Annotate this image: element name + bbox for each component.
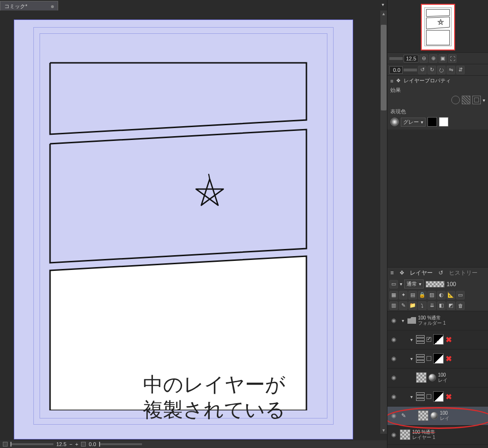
- frame-check[interactable]: [427, 356, 431, 361]
- palette-spacer: [387, 129, 488, 267]
- colorexp-row: グレー ▾: [387, 116, 488, 129]
- effect-border-button[interactable]: [451, 96, 460, 104]
- delete-layer-button[interactable]: 🗑: [456, 301, 465, 310]
- expand-toggle[interactable]: ▾: [408, 337, 414, 342]
- scrollbar-thumb[interactable]: [381, 25, 386, 110]
- document-tab[interactable]: コミック*: [0, 1, 58, 10]
- position-slider[interactable]: [99, 443, 142, 445]
- nav-fit-button[interactable]: ▣: [438, 54, 447, 63]
- zoom-out-button[interactable]: −: [69, 441, 72, 447]
- lock-trans-button[interactable]: ▨: [427, 291, 436, 299]
- clip-button[interactable]: ▦: [389, 291, 398, 299]
- nav-rotate-ccw-button[interactable]: ↺: [418, 66, 427, 74]
- ruler-button[interactable]: 📐: [447, 291, 455, 299]
- layer-label: 100 レイ: [440, 410, 449, 421]
- visibility-toggle[interactable]: ◉: [389, 355, 398, 362]
- lock-button[interactable]: 🔒: [418, 291, 427, 299]
- opacity-slider[interactable]: [426, 281, 445, 288]
- frame-check[interactable]: [427, 337, 431, 342]
- layer-row-sublayer[interactable]: ◉ 100 レイ: [387, 368, 488, 387]
- history-tab[interactable]: ヒストリー: [449, 269, 478, 277]
- nav-rotate-slider[interactable]: [404, 69, 417, 71]
- layer-mask-thumb[interactable]: [433, 334, 444, 345]
- tab-menu-button[interactable]: ▾: [382, 2, 384, 7]
- layer-color-dd[interactable]: ▾: [400, 281, 402, 287]
- frame-check[interactable]: [427, 394, 431, 399]
- status-box2-icon[interactable]: [81, 442, 86, 447]
- visibility-toggle[interactable]: ◉: [389, 374, 398, 381]
- layer-row-frame-3[interactable]: ◉ ▾ ✖: [387, 387, 488, 406]
- gray-icon: [430, 412, 438, 419]
- visibility-toggle[interactable]: ◉: [389, 412, 398, 419]
- layer-mask-thumb[interactable]: [433, 391, 444, 402]
- new-folder-button[interactable]: 📁: [408, 301, 417, 310]
- new-vector-button[interactable]: ✎: [399, 301, 407, 310]
- navigator-rotate-bar: 0.0 ↺ ↻ ⭮ ⇋ ⇵: [387, 64, 488, 75]
- layer-thumb[interactable]: [416, 372, 427, 383]
- apply-mask-button[interactable]: ◩: [447, 301, 455, 310]
- nav-zoom-slider[interactable]: [389, 57, 403, 60]
- layer-row-layer1[interactable]: ◉ 100 %通常 レイヤー 1: [387, 425, 488, 444]
- canvas-vertical-scrollbar[interactable]: ▲ ▼: [380, 10, 387, 434]
- layer-mask-thumb[interactable]: [433, 353, 444, 364]
- visibility-toggle[interactable]: ◉: [389, 393, 398, 400]
- scroll-down-icon[interactable]: ▼: [380, 427, 387, 434]
- merge-down-button[interactable]: ⇊: [427, 301, 436, 310]
- layer-row-duplicated[interactable]: ◉ ✎ 100 レイ: [387, 406, 488, 425]
- layer-row-frame-2[interactable]: ◉ ▾ ✖: [387, 349, 488, 368]
- layer-blend-row: ▭▾ 通常▾ 100: [387, 279, 488, 290]
- visibility-toggle[interactable]: ◉: [389, 317, 398, 324]
- zoom-slider[interactable]: [10, 443, 53, 445]
- canvas-page[interactable]: 中のレイヤーが 複製されている: [14, 20, 353, 439]
- nav-rotate-cw-button[interactable]: ↻: [427, 66, 436, 74]
- edit-target-icon[interactable]: ✎: [400, 412, 407, 419]
- nav-zoom-value[interactable]: 12.5: [404, 55, 418, 62]
- nav-zoom-out-button[interactable]: ⊖: [419, 54, 428, 63]
- frame-layer-icon: [416, 392, 425, 401]
- mask-button[interactable]: ◧: [437, 301, 446, 310]
- draft-button[interactable]: ▤: [408, 291, 417, 299]
- palette-color-button[interactable]: ▭: [456, 291, 465, 299]
- nav-flip-v-button[interactable]: ⇵: [456, 66, 465, 74]
- canvas-area[interactable]: 中のレイヤーが 複製されている ▲ ▼: [0, 10, 387, 440]
- layer-row-folder[interactable]: ◉ ▾ 100 %通常 フォルダー 1: [387, 311, 488, 330]
- scroll-up-icon[interactable]: ▲: [380, 10, 387, 17]
- layer-thumb[interactable]: [418, 410, 428, 421]
- layer-label: 100 レイ: [438, 372, 447, 383]
- expand-toggle[interactable]: ▾: [408, 356, 414, 361]
- ref-button[interactable]: ✦: [399, 291, 407, 299]
- blend-mode-dropdown[interactable]: 通常▾: [404, 279, 424, 289]
- swatch-white-button[interactable]: [439, 117, 448, 127]
- visibility-toggle[interactable]: ◉: [389, 431, 398, 438]
- navigator-thumbnail[interactable]: [421, 4, 455, 50]
- nav-fitall-button[interactable]: ⛶: [448, 54, 457, 63]
- swatch-black-button[interactable]: [427, 117, 437, 127]
- panel-menu-icon[interactable]: ≡: [390, 269, 394, 276]
- status-box-icon[interactable]: [3, 442, 8, 447]
- new-raster-button[interactable]: ▥: [389, 301, 398, 310]
- mask-enable-button[interactable]: ◐: [437, 291, 446, 299]
- transfer-down-button[interactable]: ⤵: [418, 301, 427, 310]
- layer-row-frame-1[interactable]: ◉ ▾ ✖: [387, 330, 488, 349]
- effect-more-button[interactable]: ▾: [483, 98, 485, 103]
- frame-layer-icon: [416, 354, 425, 363]
- expand-toggle[interactable]: ▾: [400, 318, 406, 323]
- layer-color-button[interactable]: ▭: [389, 280, 398, 289]
- colorexp-dropdown[interactable]: グレー ▾: [401, 118, 426, 127]
- effect-layercolor-button[interactable]: [472, 96, 481, 104]
- layer-row-paper[interactable]: ◉ 用紙: [387, 444, 488, 448]
- navigator-panel: [387, 0, 488, 52]
- nav-zoom-in-button[interactable]: ⊕: [429, 54, 437, 63]
- nav-reset-rotate-button[interactable]: ⭮: [437, 66, 446, 74]
- expand-toggle[interactable]: ▾: [408, 394, 414, 399]
- nav-angle-value[interactable]: 0.0: [389, 66, 403, 74]
- visibility-toggle[interactable]: ◉: [389, 336, 398, 343]
- effect-tone-button[interactable]: [462, 96, 470, 104]
- layer-tab[interactable]: レイヤー: [410, 269, 433, 277]
- nav-flip-h-button[interactable]: ⇋: [447, 66, 455, 74]
- layer-thumb[interactable]: [400, 429, 410, 440]
- zoom-in-button[interactable]: +: [75, 441, 78, 447]
- layer-list[interactable]: ◉ ▾ 100 %通常 フォルダー 1 ◉ ▾ ✖ ◉: [387, 311, 488, 448]
- layer-properties-header[interactable]: ≡ ❖ レイヤープロパティ: [387, 75, 488, 86]
- menu-icon[interactable]: ≡: [390, 78, 393, 84]
